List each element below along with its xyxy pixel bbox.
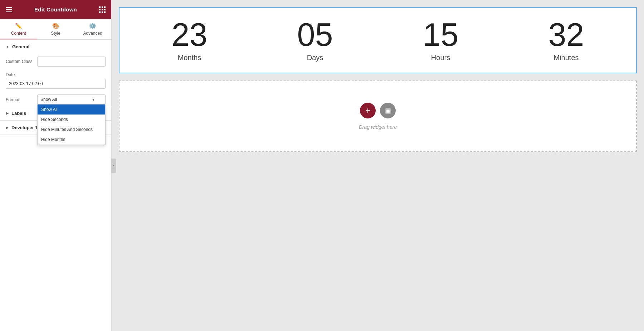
countdown-hours-label: Hours (431, 54, 450, 62)
drop-zone-text: Drag widget here (359, 124, 397, 130)
custom-class-label: Custom Class (6, 59, 34, 64)
section-developer-tools-arrow: ▶ (6, 126, 9, 130)
dropdown-item-hide-seconds[interactable]: Hide Seconds (38, 115, 105, 125)
countdown-widget: 23 Months 05 Days 15 Hours 32 Minutes (119, 7, 637, 73)
countdown-days-label: Days (307, 54, 323, 62)
format-dropdown-menu: Show All Hide Seconds Hide Minutes And S… (37, 104, 106, 145)
countdown-days-value: 05 (297, 19, 333, 51)
section-labels-arrow: ▶ (6, 111, 9, 115)
format-selected-value: Show All (40, 97, 57, 102)
format-select[interactable]: Show All ▼ (37, 94, 106, 104)
sidebar-header: Edit Countdown (0, 0, 111, 19)
sidebar-collapse-handle[interactable]: ‹ (111, 159, 116, 173)
style-icon: 🎨 (52, 23, 59, 29)
tab-content-label: Content (11, 31, 26, 36)
add-widget-button[interactable]: + (360, 103, 376, 118)
countdown-unit-hours: 15 Hours (423, 19, 458, 62)
chevron-down-icon: ▼ (92, 98, 95, 102)
sidebar-content: ▼ General Custom Class Date Format Show … (0, 40, 111, 331)
drop-zone-actions: + ▣ (360, 103, 396, 118)
countdown-minutes-label: Minutes (553, 54, 579, 62)
tab-content[interactable]: ✏️ Content (0, 19, 37, 39)
content-icon: ✏️ (15, 23, 22, 29)
format-label: Format (6, 94, 34, 102)
widget-button[interactable]: ▣ (380, 103, 396, 118)
dropdown-item-show-all[interactable]: Show All (38, 104, 105, 115)
sidebar-title: Edit Countdown (34, 6, 77, 13)
section-general: ▼ General Custom Class Date Format Show … (0, 40, 111, 106)
countdown-months-value: 23 (171, 19, 207, 51)
tab-style[interactable]: 🎨 Style (37, 19, 74, 39)
section-general-arrow: ▼ (6, 45, 9, 49)
hamburger-icon[interactable] (6, 7, 12, 12)
countdown-minutes-value: 32 (548, 19, 584, 51)
countdown-hours-value: 15 (423, 19, 458, 51)
advanced-icon: ⚙️ (89, 23, 96, 29)
date-input[interactable] (6, 79, 106, 89)
countdown-unit-days: 05 Days (297, 19, 333, 62)
countdown-unit-months: 23 Months (171, 19, 207, 62)
format-select-wrapper: Show All ▼ Show All Hide Seconds Hide Mi… (37, 94, 106, 104)
custom-class-input[interactable] (37, 57, 106, 67)
dropdown-item-hide-minutes-seconds[interactable]: Hide Minutes And Seconds (38, 125, 105, 135)
countdown-unit-minutes: 32 Minutes (548, 19, 584, 62)
date-label: Date (6, 72, 106, 77)
tab-style-label: Style (51, 31, 60, 36)
drop-zone: + ▣ Drag widget here (119, 81, 637, 152)
tab-advanced[interactable]: ⚙️ Advanced (74, 19, 111, 39)
main-canvas: 23 Months 05 Days 15 Hours 32 Minutes + … (112, 0, 644, 331)
date-row: Date (0, 69, 111, 92)
section-general-header[interactable]: ▼ General (0, 40, 111, 54)
grid-menu-icon[interactable] (99, 6, 106, 13)
tab-advanced-label: Advanced (83, 31, 102, 36)
sidebar: Edit Countdown ✏️ Content 🎨 Style ⚙️ Adv… (0, 0, 112, 331)
custom-class-row: Custom Class (0, 54, 111, 69)
sidebar-tabs: ✏️ Content 🎨 Style ⚙️ Advanced (0, 19, 111, 40)
format-row: Format Show All ▼ Show All Hide Seconds … (0, 92, 111, 106)
section-labels-label: Labels (11, 111, 26, 116)
dropdown-item-hide-months[interactable]: Hide Months (38, 135, 105, 145)
section-general-label: General (12, 44, 29, 49)
countdown-months-label: Months (178, 54, 201, 62)
